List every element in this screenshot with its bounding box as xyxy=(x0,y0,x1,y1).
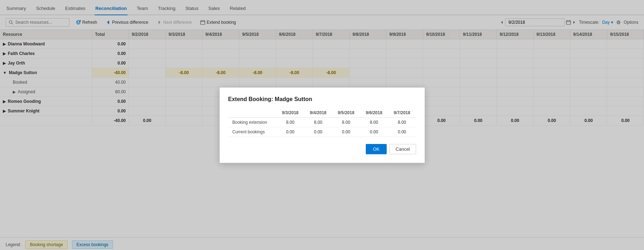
modal-col-9-7: 9/7/2018 xyxy=(388,108,416,118)
modal-col-empty xyxy=(228,108,276,118)
val-9-4: 8.00 xyxy=(304,117,332,127)
modal-table: 9/3/2018 9/4/2018 9/5/2018 9/6/2018 9/7/… xyxy=(228,108,416,137)
ok-button[interactable]: OK xyxy=(366,144,387,154)
modal-col-9-5: 9/5/2018 xyxy=(332,108,360,118)
modal-col-9-4: 9/4/2018 xyxy=(304,108,332,118)
row-label: Booking extension xyxy=(228,117,276,127)
modal-actions: OK Cancel xyxy=(228,144,416,154)
modal-row-current-bookings: Current bookings 0.00 0.00 0.00 0.00 0.0… xyxy=(228,127,416,137)
val-9-5: 8.00 xyxy=(332,117,360,127)
modal-row-booking-extension: Booking extension 8.00 8.00 8.00 8.00 8.… xyxy=(228,117,416,127)
val-9-7: 0.00 xyxy=(388,127,416,137)
val-9-5: 0.00 xyxy=(332,127,360,137)
modal-title: Extend Booking: Madge Sutton xyxy=(228,96,416,102)
row-label: Current bookings xyxy=(228,127,276,137)
extend-booking-modal: Extend Booking: Madge Sutton 9/3/2018 9/… xyxy=(219,87,425,163)
modal-overlay: Extend Booking: Madge Sutton 9/3/2018 9/… xyxy=(0,0,644,250)
modal-col-9-3: 9/3/2018 xyxy=(276,108,304,118)
val-9-7: 8.00 xyxy=(388,117,416,127)
val-9-4: 0.00 xyxy=(304,127,332,137)
val-9-6: 0.00 xyxy=(360,127,388,137)
modal-col-9-6: 9/6/2018 xyxy=(360,108,388,118)
val-9-3: 0.00 xyxy=(276,127,304,137)
cancel-button[interactable]: Cancel xyxy=(390,144,416,154)
val-9-6: 8.00 xyxy=(360,117,388,127)
val-9-3: 8.00 xyxy=(276,117,304,127)
